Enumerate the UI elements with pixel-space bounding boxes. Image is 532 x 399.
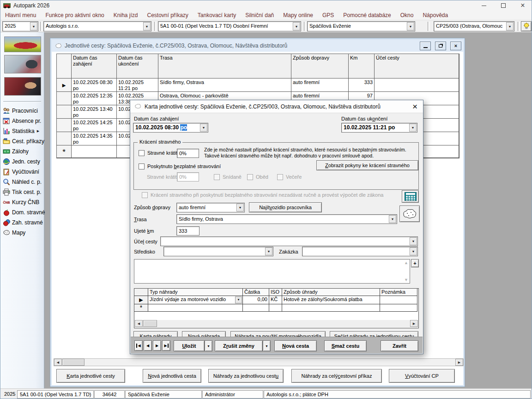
dropdown-arrow-icon[interactable]: ▼ (506, 22, 514, 30)
new-trip-button[interactable]: Nová cesta (274, 340, 317, 351)
dialog-titlebar[interactable]: Karta jednotlivé cesty: Spáčilová Evženi… (130, 100, 423, 113)
grid-cell[interactable] (380, 296, 417, 304)
close-button[interactable]: × (513, 0, 532, 11)
maximize-button[interactable] (494, 0, 513, 11)
row-selector[interactable] (57, 132, 72, 145)
sidebar-item-absence[interactable]: Absence pr. (3, 116, 44, 126)
grid-cell[interactable]: Sídlo firmy, Ostrava (158, 79, 291, 92)
menu-mapy-online[interactable]: Mapy online (278, 11, 318, 19)
window-restore-button[interactable] (435, 42, 446, 50)
grid-cell[interactable]: auto firemní (291, 79, 349, 92)
scroll-right-button[interactable]: ▶ (410, 320, 418, 327)
map-route-button[interactable] (399, 206, 420, 222)
row-selector[interactable]: ▶ (57, 79, 72, 92)
travel-order-combobox[interactable]: CP25/003 (Ostrava, Olomouc ▼ (434, 21, 514, 31)
end-datetime-field[interactable]: 10.02.2025 11:21 po ▼ (341, 123, 417, 133)
cancel-dropdown-button[interactable]: ▼ (263, 340, 271, 351)
scrollbar-thumb[interactable] (143, 320, 157, 327)
dropdown-arrow-icon[interactable]: ▼ (407, 22, 414, 30)
grid-cell[interactable]: 10.02.2025 13:40 po (72, 105, 117, 119)
dropdown-arrow-icon[interactable]: ▼ (409, 124, 417, 132)
company-combobox[interactable]: Autologis s.r.o. ▼ (43, 21, 151, 31)
dropdown-arrow-icon[interactable]: ▼ (143, 22, 151, 30)
nova-jednotliva-cesta-button[interactable]: Nová jednotlivá cesta (143, 369, 201, 383)
scroll-left-button[interactable]: ◀ (135, 320, 143, 327)
grid-cell[interactable]: 10.02.2025 08:30 po (72, 79, 117, 92)
scroll-up-icon[interactable]: ▲ (404, 260, 408, 265)
first-record-button[interactable]: ◀ (134, 340, 143, 351)
grid-cell[interactable] (375, 79, 459, 92)
km-input[interactable]: 333 (176, 226, 200, 236)
grid-cell[interactable]: 10.02.2025 14:25 po (72, 119, 117, 132)
dropdown-arrow-icon[interactable]: ▼ (265, 248, 272, 255)
karta-jednotlive-cesty-button[interactable]: Karta jednotlivé cesty (56, 369, 125, 383)
scrollbar-thumb[interactable] (62, 359, 85, 366)
menu-hlavni-menu[interactable]: Hlavní menu (0, 11, 41, 19)
trips-hscrollbar[interactable]: ◀ ▶ (54, 358, 464, 366)
employee-combobox[interactable]: Spáčilová Evženie ▼ (307, 21, 415, 31)
grid-cell[interactable]: Hotově ze zálohy/Soukromá platba (282, 296, 380, 304)
menu-pomocne-databaze[interactable]: Pomocné databáze (339, 11, 395, 19)
previous-record-button[interactable]: ◀ (144, 340, 152, 351)
sidebar-item-tisk-cest-p[interactable]: Tisk cest. p. (3, 187, 44, 197)
menu-kniha-jizd[interactable]: Kniha jízd (109, 11, 143, 19)
sidebar-item-nahled-cp[interactable]: Náhled c. p. (3, 177, 44, 187)
close-dialog-button[interactable]: Zavřít (381, 340, 418, 351)
route-combobox[interactable]: Sídlo firmy, Ostrava ▼ (176, 214, 397, 224)
grid-cell[interactable]: Jízdní výdaje za motorové vozidlo▼ (148, 296, 243, 304)
grid-cell[interactable]: 333 (349, 79, 375, 92)
grid-cell[interactable] (269, 304, 282, 312)
sidebar-item-zalohy[interactable]: Zálohy (3, 147, 44, 156)
free-meals-checkbox[interactable]: Poskytnuto bezplatné stravování (139, 163, 221, 169)
dropdown-arrow-icon[interactable]: ▼ (200, 124, 207, 132)
reduce-percent-input[interactable]: 0% (177, 149, 199, 158)
grid-cell[interactable]: 10.02.2025 14:35 po (72, 132, 117, 145)
find-vehicle-button[interactable]: Najít vozidlo pracovníka (249, 202, 322, 212)
nahrady-za-jednotlivou-cestu-button[interactable]: Náhrady za jednotlivou cestu (208, 369, 284, 383)
grid-cell[interactable] (380, 304, 417, 312)
menu-napoveda[interactable]: Nápověda (418, 11, 453, 19)
grid-cell[interactable]: KČ (269, 296, 282, 304)
dialog-close-button[interactable]: × (411, 103, 419, 110)
next-record-button[interactable]: ▶ (153, 340, 161, 351)
sidebar-item-cest-prikazy[interactable]: Cest. příkazy (3, 137, 44, 146)
row-selector[interactable]: ▶ (134, 296, 148, 304)
vehicle-combobox[interactable]: 5A1 00-01 (Opel Vectra 1.7 TD) Osobní Fi… (158, 21, 301, 31)
grid-cell[interactable] (72, 145, 117, 158)
scroll-left-button[interactable]: ◀ (54, 359, 62, 366)
sidebar-item-vyuctovani[interactable]: Vyúčtování (3, 167, 44, 176)
menu-tankovaci-karty[interactable]: Tankovací karty (193, 11, 241, 19)
scroll-down-icon[interactable]: ▼ (404, 278, 408, 282)
nahrady-za-cely-cestovni-prikaz-button[interactable]: Náhrady za celý cestovní příkaz (291, 369, 382, 383)
grid-cell[interactable]: 10.02.2025 12:35 po (72, 92, 117, 105)
start-datetime-field[interactable]: 10.02.2025 08:30 po ▼ (133, 123, 208, 133)
contract-combobox[interactable]: ▼ (302, 247, 418, 256)
sidebar-item-dom-stravne[interactable]: Dom. stravné (3, 208, 44, 217)
vyuctovani-cp-button[interactable]: Vyúčtování CP (389, 369, 455, 383)
grid-cell[interactable]: 0,00 (243, 296, 269, 304)
row-selector[interactable] (57, 119, 72, 132)
dropdown-arrow-icon[interactable]: ▼ (389, 215, 396, 223)
grid-cell[interactable] (148, 304, 243, 312)
calculator-button[interactable] (402, 190, 419, 203)
grid-cell[interactable] (282, 304, 380, 312)
window-close-button[interactable]: × (450, 42, 461, 50)
menu-okno[interactable]: Okno (396, 11, 418, 19)
grid-cell[interactable]: 10.02.2025 11:21 po (117, 79, 158, 92)
sidebar-item-pracovnici[interactable]: Pracovníci (3, 106, 44, 115)
save-button[interactable]: Uložit (174, 340, 205, 351)
dropdown-arrow-icon[interactable]: ▼ (30, 22, 37, 30)
scroll-right-button[interactable]: ▶ (455, 359, 463, 366)
show-reduction-instructions-button[interactable]: Zobrazit pokyny ke krácení stravného (316, 160, 418, 170)
menu-gps[interactable]: GPS (318, 11, 339, 19)
menu-funkce-pro-aktivni-okno[interactable]: Funkce pro aktivní okno (41, 11, 109, 19)
sidebar-item-kurzy-cnb[interactable]: ČNB Kurzy ČNB (3, 198, 44, 207)
grid-cell[interactable] (243, 304, 269, 312)
add-note-button[interactable]: + (411, 259, 419, 267)
trip-note-textarea[interactable]: ▲ ▼ (134, 259, 410, 284)
delete-trip-button[interactable]: Smaž cestu (324, 340, 367, 351)
reduce-meal-checkbox[interactable]: Stravné krátit o (139, 150, 181, 156)
new-row-selector[interactable]: * (57, 145, 72, 158)
dropdown-arrow-icon[interactable]: ▼ (410, 248, 417, 255)
row-selector[interactable] (57, 105, 72, 119)
